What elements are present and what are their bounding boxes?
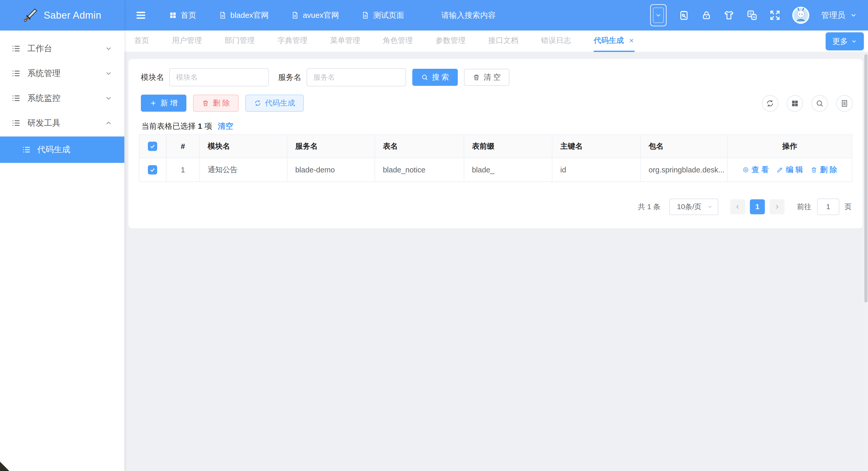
list-menu-icon [11, 118, 21, 128]
view-action-link[interactable]: 查 看 [742, 165, 769, 175]
tab-home[interactable]: 首页 [134, 30, 149, 52]
select-all-checkbox[interactable] [148, 142, 157, 151]
pagination-total: 共 1 条 [638, 202, 660, 212]
delete-button[interactable]: 删 除 [193, 95, 239, 112]
close-icon[interactable] [628, 37, 634, 44]
tab-label: 角色管理 [383, 35, 413, 46]
sidebar-item-label: 代码生成 [37, 144, 70, 155]
tab-code-generation[interactable]: 代码生成 [594, 30, 634, 52]
row-checkbox[interactable] [148, 165, 157, 175]
sidebar-item-system-monitor[interactable]: 系统监控 [0, 86, 124, 111]
list-menu-icon [22, 145, 31, 154]
selection-info: 当前表格已选择 1 项 清空 [142, 121, 233, 132]
list-menu-icon [11, 69, 21, 78]
service-name-label: 服务名 [278, 72, 301, 83]
tab-menu-management[interactable]: 菜单管理 [330, 30, 360, 52]
global-search [441, 11, 552, 20]
tab-user-management[interactable]: 用户管理 [172, 30, 202, 52]
user-menu[interactable]: 管理员 [821, 10, 857, 21]
top-nav-test-page[interactable]: 测试页面 [362, 10, 404, 21]
trash-icon [202, 99, 209, 107]
app-logo: Saber Admin [0, 0, 124, 31]
sidebar: 工作台 系统管理 系统监控 [0, 31, 124, 471]
user-avatar[interactable] [792, 7, 809, 24]
global-search-input[interactable] [441, 11, 552, 20]
column-settings-button[interactable] [786, 95, 803, 112]
edit-action-link[interactable]: 编 辑 [776, 165, 803, 175]
top-nav-bladex[interactable]: bladex官网 [219, 10, 269, 21]
collapse-panel-button[interactable] [650, 4, 666, 26]
codegen-button[interactable]: 代码生成 [245, 95, 304, 112]
svg-text:A: A [753, 15, 755, 19]
prev-page-button[interactable] [730, 199, 745, 214]
tab-label: 接口文档 [488, 35, 518, 46]
chevron-down-icon [850, 12, 857, 19]
chevron-down-icon [851, 38, 857, 44]
top-nav-home[interactable]: 首页 [169, 10, 196, 21]
row-index: 1 [166, 158, 200, 182]
tab-param-management[interactable]: 参数管理 [436, 30, 466, 52]
sidebar-menu: 工作台 系统管理 系统监控 [0, 31, 124, 163]
goto-page-input[interactable] [817, 198, 839, 215]
module-name-input[interactable] [169, 68, 269, 86]
sidebar-item-dev-tools[interactable]: 研发工具 [0, 111, 124, 135]
list-menu-icon [11, 44, 21, 53]
header-checkbox-cell [139, 135, 166, 158]
view-action-label: 查 看 [752, 165, 769, 175]
service-name-input[interactable] [307, 68, 406, 86]
row-checkbox-cell [139, 158, 166, 182]
tab-dept-management[interactable]: 部门管理 [225, 30, 255, 52]
trash-icon [811, 166, 817, 173]
debug-tool-icon[interactable] [679, 10, 689, 21]
clear-button[interactable]: 清 空 [464, 69, 509, 86]
tab-error-log[interactable]: 错误日志 [541, 30, 571, 52]
add-button[interactable]: 新 增 [141, 95, 186, 112]
scrollbar-thumb[interactable] [864, 54, 867, 303]
clear-button-label: 清 空 [484, 72, 501, 83]
lock-screen-icon[interactable] [701, 10, 712, 21]
search-button[interactable]: 搜 索 [412, 69, 458, 86]
export-list-button[interactable] [836, 95, 853, 112]
header-package: 包名 [641, 135, 727, 158]
row-module: 通知公告 [200, 158, 287, 182]
selection-text: 当前表格已选择 1 项 [142, 121, 212, 132]
next-page-button[interactable] [770, 199, 784, 214]
search-icon [421, 74, 428, 81]
page-size-select[interactable]: 10条/页 [669, 198, 718, 215]
theme-icon[interactable] [723, 10, 734, 21]
row-table-name: blade_notice [375, 158, 464, 182]
pagination: 共 1 条 10条/页 1 前 [638, 198, 852, 215]
header-prefix: 表前缀 [464, 135, 553, 158]
search-toggle-button[interactable] [811, 95, 828, 112]
sidebar-item-system-management[interactable]: 系统管理 [0, 61, 124, 86]
scrollbar-track[interactable] [864, 52, 868, 471]
sidebar-item-label: 研发工具 [27, 117, 61, 129]
chevron-down-icon [105, 69, 113, 77]
grid-icon [169, 12, 177, 19]
top-nav-label: bladex官网 [230, 10, 269, 21]
hamburger-menu-icon[interactable] [135, 9, 147, 21]
selection-count: 1 [198, 122, 202, 130]
codegen-button-label: 代码生成 [265, 98, 295, 108]
search-button-label: 搜 索 [432, 72, 449, 83]
topbar: Saber Admin 首页 bladex官网 avuex官网 [0, 0, 868, 31]
row-package: org.springblade.desk... [641, 158, 727, 182]
plus-icon [150, 99, 157, 107]
fullscreen-icon[interactable] [770, 10, 780, 21]
sidebar-item-label: 工作台 [27, 43, 52, 54]
refresh-button[interactable] [762, 95, 778, 112]
top-nav-avuex[interactable]: avuex官网 [291, 10, 339, 21]
clear-selection-link[interactable]: 清空 [218, 121, 233, 132]
tab-dict-management[interactable]: 字典管理 [277, 30, 307, 52]
translate-icon[interactable]: 中 A [746, 9, 757, 21]
chevron-down-icon [105, 94, 113, 102]
page-number-1[interactable]: 1 [750, 199, 765, 214]
table-tools [762, 95, 853, 112]
sidebar-item-workbench[interactable]: 工作台 [0, 36, 124, 61]
view-icon [742, 166, 749, 173]
delete-action-link[interactable]: 删 除 [811, 165, 837, 175]
more-tabs-button[interactable]: 更多 [826, 32, 864, 51]
sidebar-item-code-generation[interactable]: 代码生成 [0, 136, 124, 163]
tab-role-management[interactable]: 角色管理 [383, 30, 413, 52]
tab-api-docs[interactable]: 接口文档 [488, 30, 518, 52]
